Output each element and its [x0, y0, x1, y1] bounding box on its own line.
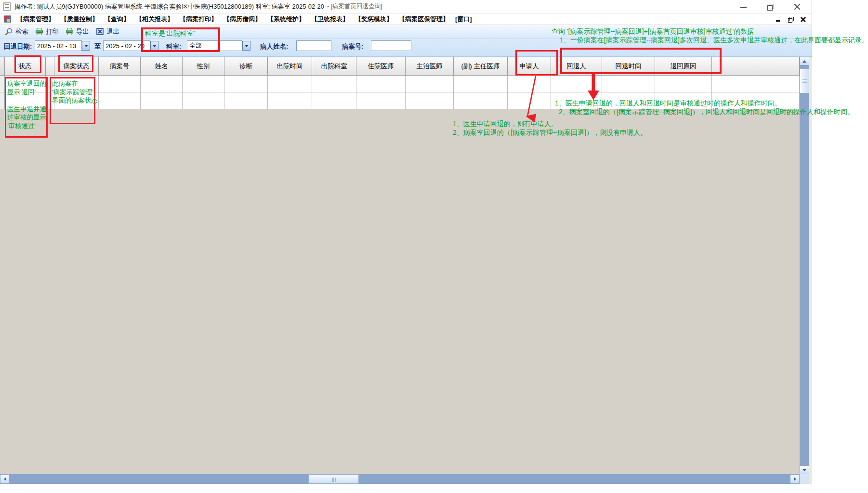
table-cell[interactable]	[46, 92, 54, 109]
table-cell[interactable]	[508, 92, 551, 109]
date-to-dropdown[interactable]	[150, 41, 158, 51]
menu-item-5[interactable]: 【病历借阅】	[224, 15, 261, 24]
minimize-button[interactable]	[738, 1, 749, 12]
up-arrow-icon	[802, 60, 806, 63]
mdi-minimize-button[interactable]	[775, 16, 782, 23]
menu-item-2[interactable]: 【查询】	[105, 15, 130, 24]
menu-item-4[interactable]: 【病案打印】	[180, 15, 217, 24]
menu-item-3[interactable]: 【相关报表】	[136, 15, 173, 24]
table-cell[interactable]	[602, 92, 655, 109]
exit-icon	[96, 27, 104, 36]
menu-item-8[interactable]: 【奖惩模块】	[355, 15, 393, 24]
table-cell[interactable]	[5, 92, 46, 109]
table-cell[interactable]	[54, 92, 99, 109]
table-row[interactable]	[0, 76, 800, 92]
menu-item-6[interactable]: 【系统维护】	[267, 15, 305, 24]
menu-item-9[interactable]: 【病案医保管理】	[399, 15, 449, 24]
scroll-left-button[interactable]	[0, 474, 10, 484]
table-cell[interactable]	[141, 92, 183, 109]
table-cell[interactable]	[268, 92, 312, 109]
table-cell[interactable]	[406, 76, 454, 92]
print-button[interactable]: 打印	[35, 27, 59, 36]
row-header-corner[interactable]	[0, 57, 5, 76]
menu-item-0[interactable]: 【病案管理】	[17, 15, 54, 24]
menu-item-7[interactable]: 【卫统报表】	[311, 15, 349, 24]
table-cell[interactable]	[655, 76, 712, 92]
window-title-document: - [病案首页回退查询]	[327, 2, 382, 11]
record-no-input[interactable]	[371, 40, 411, 51]
table-cell[interactable]	[99, 92, 141, 109]
dept-combo[interactable]: 全部	[187, 40, 242, 51]
record-no-label: 病案号:	[342, 42, 364, 51]
table-cell[interactable]	[551, 76, 602, 92]
column-header-姓名[interactable]: 姓名	[141, 57, 183, 76]
table-cell[interactable]	[356, 76, 406, 92]
search-button[interactable]: 检索	[5, 27, 28, 36]
menu-item-1[interactable]: 【质量控制】	[61, 15, 98, 24]
vertical-scrollbar[interactable]	[800, 57, 809, 474]
patient-name-input[interactable]	[296, 40, 331, 51]
table-cell[interactable]	[312, 92, 356, 109]
toolbar: 检索 打印	[0, 25, 812, 39]
down-arrow-icon	[802, 469, 806, 471]
table-cell[interactable]	[406, 92, 454, 109]
table-cell[interactable]	[655, 92, 712, 109]
table-cell[interactable]	[99, 76, 141, 92]
table-cell[interactable]	[356, 92, 406, 109]
column-header-退回原因[interactable]: 退回原因	[655, 57, 712, 76]
date-from-field[interactable]: 2025 - 02 - 13	[35, 40, 82, 51]
table-row[interactable]	[0, 92, 800, 109]
column-header-病案号[interactable]: 病案号	[99, 57, 141, 76]
table-cell[interactable]	[183, 92, 224, 109]
horizontal-scrollbar[interactable]	[0, 474, 800, 484]
return-date-label: 回退日期:	[4, 42, 32, 51]
table-cell[interactable]	[54, 76, 99, 92]
column-header-性别[interactable]: 性别	[183, 57, 224, 76]
restore-button[interactable]	[765, 1, 776, 12]
table-cell[interactable]	[454, 76, 508, 92]
close-button[interactable]	[792, 1, 803, 12]
table-cell[interactable]	[224, 92, 268, 109]
table-cell[interactable]	[224, 76, 268, 92]
vertical-scroll-thumb[interactable]	[800, 68, 809, 93]
table-cell[interactable]	[602, 76, 655, 92]
table-cell[interactable]	[5, 76, 46, 92]
date-to-field[interactable]: 2025 - 02 - 20	[103, 40, 150, 51]
column-header-状态[interactable]: 状态	[5, 57, 46, 76]
column-header-申请人[interactable]: 申请人	[508, 57, 551, 76]
column-header-回退人[interactable]: 回退人	[551, 57, 602, 76]
column-header-出院时间[interactable]: 出院时间	[268, 57, 312, 76]
table-cell[interactable]	[141, 76, 183, 92]
column-header-spacer[interactable]	[46, 57, 54, 76]
column-header-回退时间[interactable]: 回退时间	[602, 57, 655, 76]
table-cell[interactable]	[454, 92, 508, 109]
column-header-病案状态[interactable]: 病案状态	[54, 57, 99, 76]
table-cell[interactable]	[183, 76, 224, 92]
right-arrow-icon	[794, 477, 796, 481]
column-header-诊断[interactable]: 诊断	[224, 57, 268, 76]
scrollbar-corner	[800, 474, 809, 484]
column-header-filler[interactable]	[712, 57, 800, 76]
column-header-出院科室[interactable]: 出院科室	[312, 57, 356, 76]
table-cell[interactable]	[312, 76, 356, 92]
column-header-主治医师[interactable]: 主治医师	[406, 57, 454, 76]
exit-button[interactable]: 退出	[96, 27, 119, 36]
table-cell[interactable]	[268, 76, 312, 92]
dept-dropdown[interactable]	[242, 41, 250, 51]
scroll-up-button[interactable]	[800, 57, 809, 65]
table-cell[interactable]	[46, 76, 54, 92]
date-from-dropdown[interactable]	[82, 41, 90, 51]
scroll-right-button[interactable]	[790, 474, 800, 484]
column-header-住院医师[interactable]: 住院医师	[356, 57, 406, 76]
scroll-down-button[interactable]	[800, 466, 809, 474]
table-cell[interactable]	[551, 92, 602, 109]
to-label: 至	[94, 42, 101, 51]
mdi-restore-button[interactable]	[788, 16, 794, 23]
table-cell[interactable]	[508, 76, 551, 92]
menu-item-10[interactable]: [窗口]	[455, 15, 472, 24]
export-button[interactable]: 导出	[66, 27, 89, 36]
horizontal-scroll-thumb[interactable]	[308, 474, 359, 484]
mdi-close-button[interactable]	[800, 16, 807, 23]
screen: 操作者: 测试人员9(GJYB00000) 病案管理系统 平潭综合实验区中医院(…	[0, 0, 868, 493]
column-header-(副) 主任医师[interactable]: (副) 主任医师	[454, 57, 508, 76]
